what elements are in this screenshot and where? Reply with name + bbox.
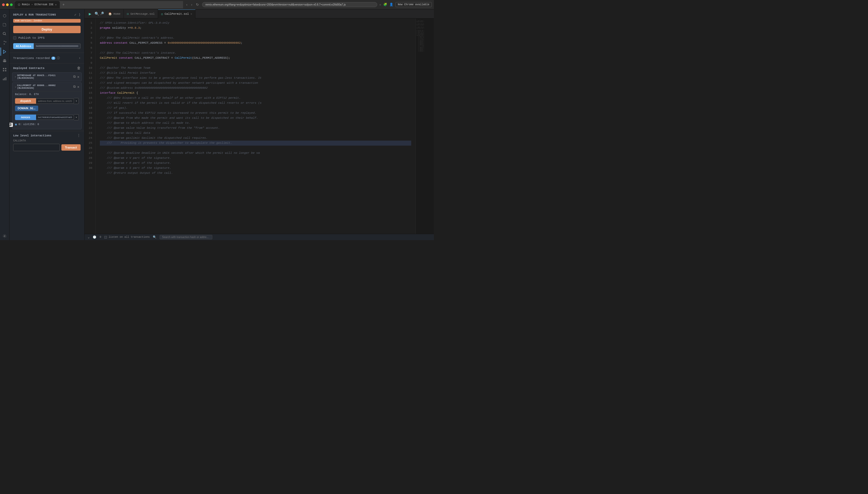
bookmark-icon[interactable]: ☆ <box>379 3 381 6</box>
minimize-button[interactable] <box>6 3 9 6</box>
result-row: ◉ 0: uint256: 0 <box>15 122 79 127</box>
search-transactions-icon[interactable]: 🔍 <box>153 235 156 239</box>
search-transactions-input[interactable] <box>159 235 212 239</box>
browser-tab-title: Remix - Ethereum IDE <box>22 3 54 6</box>
remix-favicon: ⬡ <box>18 3 20 6</box>
run-icon[interactable]: ▶ <box>87 11 94 17</box>
transactions-row[interactable]: Transactions recorded 3 ⓘ › <box>10 54 84 62</box>
fullscreen-button[interactable] <box>10 3 13 6</box>
close-callpermit-icon[interactable]: ✕ <box>77 85 79 89</box>
new-chrome-badge[interactable]: New Chrome available <box>395 2 432 7</box>
tab-home[interactable]: 🏠 Home <box>105 10 124 18</box>
sidebar-icon-search[interactable] <box>1 30 9 38</box>
nonces-dropdown[interactable]: ▾ <box>74 114 79 120</box>
code-content: // SPDX-License-Identifier: GPL-3.0-only… <box>96 18 415 234</box>
svg-rect-11 <box>3 79 4 80</box>
clear-contracts-icon[interactable]: 🗑 <box>77 66 81 70</box>
dispatch-row: dispatch ▾ <box>15 98 79 104</box>
result-arrow-icon: ◉ <box>15 122 17 127</box>
evm-version-badge: evm version: london <box>13 19 81 23</box>
status-clock-icon: 🕐 <box>93 235 96 239</box>
deployed-contracts-title: Deployed Contracts <box>13 66 44 70</box>
sidebar-icon-analytics[interactable] <box>1 74 9 83</box>
browser-tab-remix[interactable]: ⬡ Remix - Ethereum IDE ✕ <box>15 1 60 8</box>
nonces-input[interactable] <box>36 115 74 120</box>
contract-callpermit-header[interactable]: › CALLPERMIT AT 0X000...00802 (BLOCKCHAI… <box>12 83 81 91</box>
svg-point-3 <box>5 41 6 42</box>
line-numbers: 12345 678910 1112131415 1617181920 21222… <box>84 18 96 234</box>
sidebar-icon-git[interactable] <box>1 38 9 47</box>
status-chevron-icon[interactable]: ⌄ <box>88 235 90 239</box>
deployed-contracts-icons: 🗑 <box>77 66 81 70</box>
zoom-icons: 🔍 🔎 <box>94 12 105 16</box>
reload-button[interactable]: ↻ <box>195 2 200 7</box>
svg-rect-12 <box>4 78 5 80</box>
svg-rect-13 <box>5 77 6 80</box>
transactions-info-icon[interactable]: ⓘ <box>57 56 60 60</box>
contract-setmessage: › SETMESSAGE AT 0XAC5...F2411 (BLOCKCHAI… <box>12 72 82 81</box>
transactions-left: Transactions recorded 3 ⓘ <box>13 56 60 60</box>
minimap: // SPDX-License... pragma solidity... //… <box>415 18 434 234</box>
new-tab-button[interactable]: + <box>60 3 67 7</box>
tab-callpermit[interactable]: ◻ CallPermit.sol ✕ <box>158 10 195 18</box>
zoom-in-icon[interactable]: 🔎 <box>100 12 104 16</box>
contract-callpermit-body: Balance: 0. ETH dispatch ▾ DOMAIN_SE... <box>12 91 81 129</box>
sidebar-icon-file-explorer[interactable] <box>1 21 9 29</box>
app-container: ⬡ <box>0 10 434 240</box>
dispatch-input[interactable] <box>36 98 74 104</box>
panel-title: DEPLOY & RUN TRANSACTIONS <box>13 14 56 16</box>
back-button[interactable]: ‹ <box>185 2 188 7</box>
domain-se-button[interactable]: DOMAIN_SE... <box>15 106 38 111</box>
status-count: 0 <box>99 236 101 239</box>
deploy-button[interactable]: Deploy <box>13 26 81 33</box>
dispatch-dropdown[interactable]: ▾ <box>74 98 79 104</box>
copy-setmessage-icon[interactable]: ⧉ <box>73 75 76 79</box>
transactions-label: Transactions recorded <box>13 57 50 60</box>
ll-title: Low level interactions <box>13 134 51 137</box>
svg-point-0 <box>3 32 5 35</box>
browser-tab-close[interactable]: ✕ <box>55 3 57 6</box>
copy-callpermit-icon[interactable]: ⧉ <box>73 85 76 89</box>
at-address-row: At Address <box>13 43 81 49</box>
calldata-input[interactable] <box>13 144 60 151</box>
at-address-input[interactable] <box>34 43 81 49</box>
panel-expand-icon[interactable]: ⟩ <box>78 13 81 17</box>
extensions-icon[interactable]: 🧩 <box>383 3 387 6</box>
editor-tabs: ▶ 🔍 🔎 🏠 Home ◻ SetMessage.sol ◻ CallPerm… <box>84 10 434 18</box>
contract-setmessage-expand-icon: › <box>15 76 16 78</box>
profile-icon[interactable]: 👤 <box>389 3 393 6</box>
zoom-out-icon[interactable]: 🔍 <box>95 12 99 16</box>
sidebar-icon-plugins[interactable] <box>1 65 9 74</box>
transactions-chevron: › <box>79 56 81 60</box>
nonces-row: nonces ▾ <box>15 114 79 120</box>
contract-setmessage-header[interactable]: › SETMESSAGE AT 0XAC5...F2411 (BLOCKCHAI… <box>12 73 81 81</box>
panel-check-icon[interactable]: ✓ <box>74 13 76 17</box>
callpermit-tab-close[interactable]: ✕ <box>190 12 192 16</box>
publish-checkbox[interactable] <box>13 36 16 39</box>
address-bar[interactable] <box>202 2 377 7</box>
forward-button[interactable]: › <box>190 2 193 7</box>
transact-button[interactable]: Transact <box>61 144 81 151</box>
setmessage-tab-label: SetMessage.sol <box>130 12 155 16</box>
close-button[interactable] <box>2 3 5 6</box>
svg-point-1 <box>4 41 5 42</box>
at-address-button[interactable]: At Address <box>13 43 34 49</box>
sidebar-icon-remix-logo[interactable]: ⬡ <box>1 12 9 20</box>
contract-callpermit-actions: ⧉ ✕ <box>73 85 79 89</box>
close-setmessage-icon[interactable]: ✕ <box>77 75 79 79</box>
tab-setmessage[interactable]: ◻ SetMessage.sol <box>124 10 158 18</box>
sidebar-icon-debug[interactable] <box>1 56 9 65</box>
dispatch-button[interactable]: dispatch <box>15 98 36 104</box>
ll-more-icon[interactable]: ⋮ <box>77 133 81 138</box>
setmessage-tab-icon: ◻ <box>127 12 129 16</box>
home-tab-icon: 🏠 <box>108 12 112 16</box>
callpermit-balance: Balance: 0. ETH <box>15 93 79 96</box>
listen-checkbox[interactable] <box>104 236 107 239</box>
low-level-interactions: Low level interactions ⋮ CALLDATA Transa… <box>10 131 84 153</box>
nonces-button[interactable]: nonces <box>15 115 36 120</box>
home-tab-label: Home <box>114 12 120 16</box>
sidebar-icon-settings[interactable] <box>1 232 9 240</box>
ll-calldata-label: CALLDATA <box>13 139 81 142</box>
svg-point-14 <box>4 235 5 236</box>
sidebar-icon-deploy[interactable] <box>1 48 9 56</box>
